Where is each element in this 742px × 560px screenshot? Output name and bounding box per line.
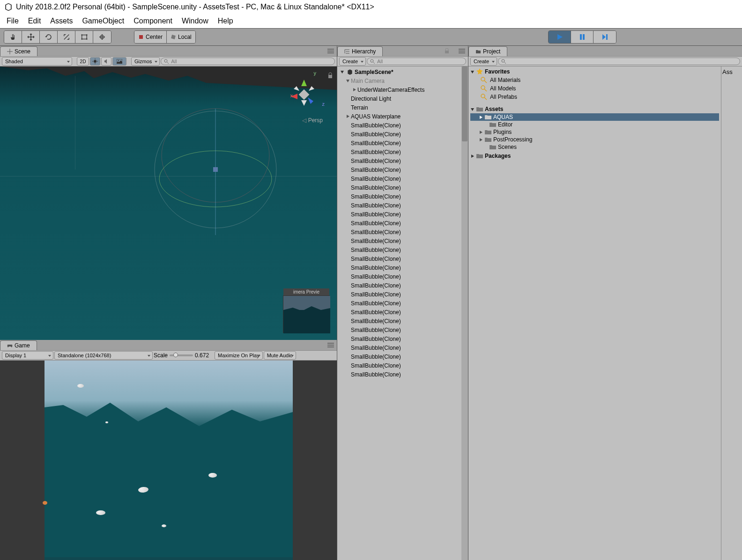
tab-game[interactable]: Game — [0, 340, 37, 350]
hand-tool-button[interactable] — [4, 31, 22, 43]
hierarchy-search[interactable] — [367, 58, 466, 65]
hierarchy-item[interactable]: SmallBubble(Clone) — [337, 174, 468, 183]
hierarchy-item[interactable]: Main Camera — [337, 76, 468, 85]
pivot-local-button[interactable]: Local — [167, 31, 195, 43]
hierarchy-item[interactable]: SmallBubble(Clone) — [337, 352, 468, 361]
2d-toggle[interactable]: 2D — [77, 57, 89, 66]
hierarchy-item[interactable]: SmallBubble(Clone) — [337, 219, 468, 228]
rect-tool-button[interactable] — [75, 31, 93, 43]
favorites-header[interactable]: Favorites — [470, 67, 719, 76]
panel-menu-icon[interactable] — [459, 49, 465, 53]
hierarchy-item[interactable]: SmallBubble(Clone) — [337, 192, 468, 201]
move-tool-button[interactable] — [22, 31, 40, 43]
project-search-input[interactable] — [508, 59, 737, 64]
scale-tool-button[interactable] — [58, 31, 75, 43]
hierarchy-scrollbar[interactable] — [461, 66, 468, 560]
gizmos-dropdown[interactable]: Gizmos — [131, 57, 160, 66]
chevron-down-icon — [346, 79, 350, 83]
packages-header[interactable]: Packages — [470, 152, 719, 160]
scene-search-input[interactable] — [171, 59, 332, 64]
menu-edit[interactable]: Edit — [24, 15, 45, 27]
lock-icon[interactable] — [327, 72, 333, 79]
hierarchy-item[interactable]: SmallBubble(Clone) — [337, 147, 468, 156]
hierarchy-item[interactable]: SmallBubble(Clone) — [337, 254, 468, 263]
tab-hierarchy[interactable]: Hierarchy — [337, 46, 383, 56]
fx-toggle[interactable] — [112, 57, 126, 66]
transform-tool-button[interactable] — [93, 31, 111, 43]
hierarchy-item[interactable]: SmallBubble(Clone) — [337, 325, 468, 334]
scene-search[interactable] — [161, 58, 335, 65]
mute-toggle[interactable]: Mute Audio — [264, 351, 296, 360]
favorite-item[interactable]: All Prefabs — [470, 93, 719, 101]
tab-project[interactable]: Project — [468, 46, 507, 56]
project-tree[interactable]: Favorites All MaterialsAll ModelsAll Pre… — [468, 66, 721, 560]
play-button[interactable] — [549, 31, 571, 43]
project-create-dropdown[interactable]: Create — [470, 57, 497, 66]
lighting-toggle[interactable] — [90, 57, 100, 66]
star-icon — [476, 68, 483, 75]
hierarchy-item[interactable]: SmallBubble(Clone) — [337, 361, 468, 370]
hierarchy-item[interactable]: SmallBubble(Clone) — [337, 139, 468, 147]
display-dropdown[interactable]: Display 1 — [2, 351, 53, 360]
panel-menu-icon[interactable] — [327, 49, 334, 53]
hierarchy-item[interactable]: SmallBubble(Clone) — [337, 263, 468, 272]
folder-item[interactable]: Editor — [470, 121, 719, 128]
panel-menu-icon[interactable] — [327, 343, 334, 347]
hierarchy-item[interactable]: SmallBubble(Clone) — [337, 272, 468, 281]
hierarchy-item[interactable]: UnderWaterCameraEffects — [337, 85, 468, 94]
hierarchy-item[interactable]: SmallBubble(Clone) — [337, 299, 468, 308]
hierarchy-item[interactable]: Terrain — [337, 103, 468, 112]
maximize-toggle[interactable]: Maximize On Play — [215, 351, 263, 360]
hierarchy-item[interactable]: SmallBubble(Clone) — [337, 201, 468, 210]
hierarchy-create-dropdown[interactable]: Create — [339, 57, 366, 66]
scene-view[interactable]: y x z ◁ Persp imera Previe — [0, 66, 337, 340]
hierarchy-item[interactable]: SmallBubble(Clone) — [337, 290, 468, 299]
hierarchy-item[interactable]: SmallBubble(Clone) — [337, 183, 468, 192]
hierarchy-item[interactable]: SmallBubble(Clone) — [337, 317, 468, 325]
hierarchy-item[interactable]: SmallBubble(Clone) — [337, 121, 468, 130]
hierarchy-item[interactable]: SmallBubble(Clone) — [337, 370, 468, 379]
hierarchy-item[interactable]: SmallBubble(Clone) — [337, 236, 468, 245]
hierarchy-search-input[interactable] — [377, 59, 463, 64]
step-button[interactable] — [594, 31, 616, 43]
hierarchy-scene-root[interactable]: SampleScene* — [337, 67, 468, 76]
project-toolbar: Create — [468, 56, 742, 66]
svg-rect-10 — [606, 34, 608, 40]
tab-scene[interactable]: Scene — [0, 46, 37, 56]
hierarchy-item[interactable]: AQUAS Waterplane — [337, 112, 468, 121]
hierarchy-item[interactable]: SmallBubble(Clone) — [337, 245, 468, 254]
hierarchy-tree[interactable]: SampleScene* Main CameraUnderWaterCamera… — [337, 66, 468, 560]
hierarchy-item[interactable]: SmallBubble(Clone) — [337, 281, 468, 290]
hierarchy-item[interactable]: SmallBubble(Clone) — [337, 334, 468, 343]
assets-header[interactable]: Assets — [470, 105, 719, 113]
aspect-dropdown[interactable]: Standalone (1024x768) — [54, 351, 153, 360]
hierarchy-item[interactable]: SmallBubble(Clone) — [337, 156, 468, 165]
folder-item[interactable]: Plugins — [470, 128, 719, 136]
rotate-tool-button[interactable] — [40, 31, 58, 43]
favorite-item[interactable]: All Materials — [470, 76, 719, 84]
hierarchy-item[interactable]: SmallBubble(Clone) — [337, 343, 468, 352]
audio-toggle[interactable] — [101, 57, 111, 66]
hierarchy-item[interactable]: SmallBubble(Clone) — [337, 308, 468, 317]
hierarchy-item[interactable]: SmallBubble(Clone) — [337, 228, 468, 236]
folder-item[interactable]: PostProcessing — [470, 136, 719, 143]
menu-help[interactable]: Help — [214, 15, 237, 27]
pivot-center-button[interactable]: Center — [134, 31, 167, 43]
shading-dropdown[interactable]: Shaded — [2, 57, 72, 66]
menu-file[interactable]: File — [3, 15, 22, 27]
hierarchy-item[interactable]: SmallBubble(Clone) — [337, 165, 468, 174]
menu-assets[interactable]: Assets — [46, 15, 76, 27]
folder-item[interactable]: AQUAS — [470, 113, 719, 121]
menu-window[interactable]: Window — [178, 15, 212, 27]
hierarchy-item[interactable]: SmallBubble(Clone) — [337, 130, 468, 139]
project-search[interactable] — [498, 58, 740, 65]
menu-gameobject[interactable]: GameObject — [78, 15, 128, 27]
menu-component[interactable]: Component — [130, 15, 176, 27]
scale-slider[interactable]: Scale 0.672 — [154, 352, 214, 359]
lock-icon[interactable] — [445, 48, 449, 54]
folder-item[interactable]: Scenes — [470, 143, 719, 151]
pause-button[interactable] — [571, 31, 594, 43]
hierarchy-item[interactable]: Directional Light — [337, 94, 468, 103]
favorite-item[interactable]: All Models — [470, 84, 719, 93]
hierarchy-item[interactable]: SmallBubble(Clone) — [337, 210, 468, 219]
